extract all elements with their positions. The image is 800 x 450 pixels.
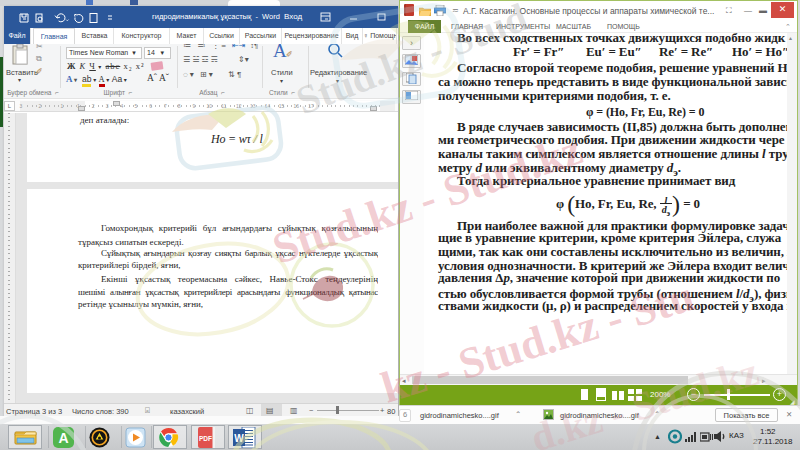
svg-text:A: A (58, 430, 68, 446)
